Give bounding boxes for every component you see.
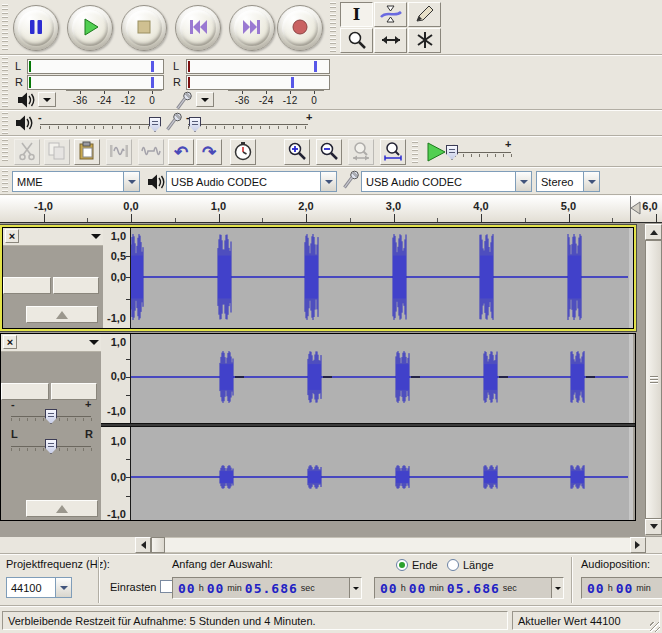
track-title-menu[interactable] [20, 335, 99, 349]
meter-dropdown-button[interactable] [196, 92, 214, 107]
timeline-major-tick [44, 214, 45, 222]
chevron-down-icon[interactable] [320, 172, 336, 191]
sel-end-seconds[interactable]: 05.686 [447, 581, 500, 596]
chevron-down-icon[interactable] [55, 578, 71, 597]
audio-pos-hours[interactable]: 00 [587, 581, 605, 596]
track1-amp-ruler[interactable]: 1,00,50,0-1,0 [103, 228, 131, 328]
sel-end-hours[interactable]: 00 [380, 581, 398, 596]
input-volume-slider-ticks [188, 126, 308, 130]
project-rate-combobox[interactable]: 44100 [6, 577, 72, 598]
track2-ch1-waveform[interactable] [131, 334, 633, 423]
resize-grip[interactable] [650, 622, 660, 632]
scroll-left-button[interactable] [135, 537, 151, 553]
meter-bar[interactable] [27, 75, 164, 90]
tools-toolbar-grip[interactable] [330, 2, 336, 52]
timeshift-tool-button[interactable] [374, 28, 407, 53]
up-arrow-icon [650, 226, 658, 235]
paste-button[interactable] [74, 139, 100, 165]
input-device-combobox[interactable]: USB Audio CODEC [361, 171, 532, 192]
timeline-ruler[interactable]: -1,00,01,02,03,04,05,06,0 [0, 196, 662, 223]
redo-button[interactable]: ↷ [196, 139, 222, 165]
horizontal-scrollbar-thumb[interactable] [151, 537, 165, 553]
output-device-combobox[interactable]: USB Audio CODEC [166, 171, 337, 192]
edit-toolbar-grip[interactable] [2, 139, 8, 163]
host-combobox-value: MME [13, 176, 123, 188]
selection-start-field[interactable]: 00 h 00 min 05.686 sec [172, 577, 362, 599]
end-radio[interactable] [396, 559, 408, 571]
vertical-scrollbar-thumb[interactable] [645, 240, 662, 519]
meter-scale-number: -24 [259, 95, 273, 106]
zoom-tool-button[interactable] [340, 28, 373, 53]
mixer-toolbar-grip[interactable] [2, 112, 8, 134]
stop-button[interactable] [121, 5, 167, 51]
audacity-window: -1,00,01,02,03,04,05,06,0 Projektfrequen… [0, 0, 662, 633]
mute-button[interactable] [3, 277, 51, 294]
transport-toolbar-grip[interactable] [2, 4, 8, 50]
track-close-button[interactable]: × [5, 229, 19, 243]
transcription-toolbar-grip[interactable] [412, 141, 418, 163]
sel-end-minutes[interactable]: 00 [409, 581, 427, 596]
track2-ch2-waveform[interactable] [131, 427, 633, 520]
selection-bar-divider [571, 557, 573, 603]
undo-button[interactable]: ↶ [168, 139, 194, 165]
stopwatch-button[interactable] [230, 139, 256, 165]
track-collapse-button[interactable] [26, 500, 98, 517]
input-channels-combobox[interactable]: Stereo [536, 171, 600, 192]
meter-bar[interactable] [186, 59, 330, 74]
zoom-out-button[interactable] [316, 139, 342, 165]
track-close-button[interactable]: × [3, 335, 17, 349]
chevron-down-icon[interactable] [123, 172, 139, 191]
audio-position-field[interactable]: 00 h 00 min [581, 577, 662, 599]
device-toolbar-grip[interactable] [2, 170, 8, 192]
meter-dropdown-button[interactable] [38, 92, 56, 107]
chevron-down-icon[interactable] [583, 172, 599, 191]
field-dropdown-icon[interactable] [551, 578, 563, 598]
zoom-in-button[interactable] [284, 139, 310, 165]
fit-project-button[interactable] [380, 139, 406, 165]
input-volume-slider-track[interactable] [188, 124, 308, 125]
mute-button[interactable] [1, 383, 49, 400]
track2-ch2-amp-ruler[interactable]: 1,00,0-1,0 [101, 427, 131, 520]
scroll-down-button[interactable] [645, 519, 662, 535]
length-radio[interactable] [447, 559, 459, 571]
field-dropdown-icon[interactable] [349, 578, 361, 598]
multi-tool-button[interactable] [408, 28, 441, 53]
envelope-tool-button[interactable] [374, 2, 407, 27]
right-arrow-icon [635, 541, 644, 549]
host-combobox[interactable]: MME [12, 171, 140, 192]
play-button[interactable] [67, 5, 113, 51]
draw-tool-button[interactable] [408, 2, 441, 27]
rewind-button[interactable] [175, 5, 221, 51]
meter-bar[interactable] [186, 75, 330, 90]
forward-button[interactable] [229, 5, 275, 51]
play-at-speed-button[interactable] [424, 140, 448, 166]
meter-scale-number: -36 [73, 95, 87, 106]
track2-ch1-amp-ruler[interactable]: 1,00,0-1,0 [101, 334, 131, 423]
zoom-in-icon [287, 141, 307, 163]
sel-start-hours[interactable]: 00 [178, 581, 196, 596]
meter-bar[interactable] [27, 59, 164, 74]
hours-unit: h [199, 583, 204, 593]
selection-end-field[interactable]: 00 h 00 min 05.686 sec [374, 577, 564, 599]
chevron-down-icon[interactable] [515, 172, 531, 191]
record-button[interactable] [277, 5, 323, 51]
playback-speed-slider-track[interactable] [455, 152, 511, 153]
track-title-menu[interactable] [22, 229, 101, 243]
timeline-minor-tick [262, 218, 263, 222]
amp-ruler-label: -1,0 [107, 405, 126, 417]
scroll-right-button[interactable] [630, 537, 646, 553]
input-volume-plus-label: + [306, 111, 312, 123]
track-collapse-button[interactable] [26, 306, 98, 323]
selection-tool-button[interactable]: I [340, 2, 373, 27]
solo-button[interactable] [53, 277, 99, 294]
pause-button[interactable] [13, 5, 59, 51]
output-volume-slider-track[interactable] [40, 124, 156, 125]
horizontal-scrollbar[interactable] [135, 537, 646, 553]
scroll-up-button[interactable] [645, 224, 662, 240]
meter-toolbar-grip[interactable] [2, 57, 8, 107]
sel-start-seconds[interactable]: 05.686 [245, 581, 298, 596]
toolbar-divider [0, 54, 662, 56]
track1-waveform[interactable] [131, 228, 633, 328]
sel-start-minutes[interactable]: 00 [207, 581, 225, 596]
audio-pos-minutes[interactable]: 00 [616, 581, 634, 596]
